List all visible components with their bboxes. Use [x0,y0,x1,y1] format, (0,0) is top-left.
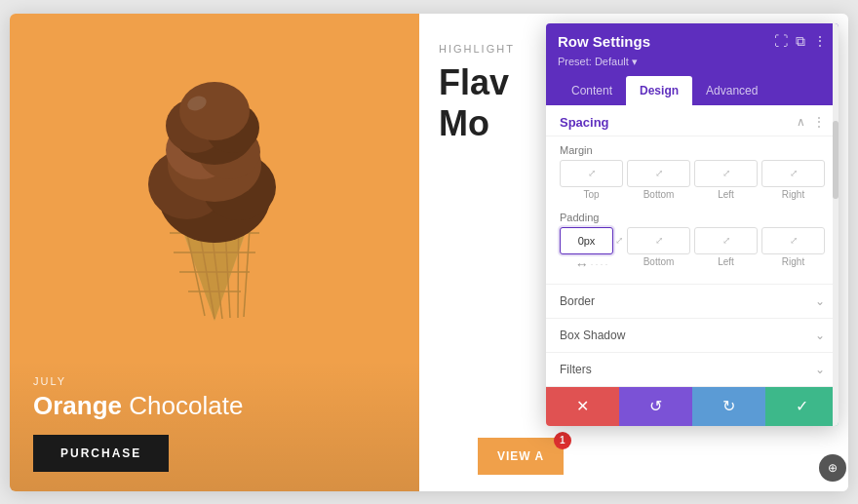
padding-right-link-icon: ⤢ [790,235,798,246]
margin-bottom-link-icon: ⤢ [655,168,663,178]
padding-top-input-wrap[interactable] [560,227,613,254]
filters-label: Filters [560,363,592,376]
tab-content[interactable]: Content [558,76,626,105]
padding-arrow-icon: ↔ [575,256,589,272]
tab-advanced[interactable]: Advanced [692,76,771,105]
margin-top-input-wrap: ⤢ [560,160,623,187]
margin-right-input-wrap: ⤢ [761,160,825,187]
margin-top-field: ⤢ Top [560,160,623,200]
box-shadow-label: Box Shadow [560,329,625,342]
padding-link-icon[interactable]: ⤢ [615,235,623,246]
right-panel: HIGHLIGHT Flav Mo VIEW A 1 Row Settings … [419,14,848,491]
flavor-line1: Flav [439,62,509,103]
card-bottom: JULY Orange Chocolate PURCHASE [10,360,419,491]
more-icon[interactable]: ⋮ [813,33,827,50]
margin-left-input-wrap: ⤢ [694,160,758,187]
cancel-icon: ✕ [576,397,589,415]
margin-top-link-icon: ⤢ [588,168,596,178]
notification-badge: 1 [554,432,571,449]
margin-left-label: Left [718,189,734,200]
view-button[interactable]: VIEW A 1 [478,438,564,475]
redo-icon: ↻ [722,397,735,415]
padding-label: Padding [560,212,825,223]
panel-tabs: Content Design Advanced [558,76,827,105]
filters-section[interactable]: Filters ⌄ [546,352,838,386]
svg-point-23 [179,82,250,140]
margin-right-label: Right [782,189,804,200]
margin-label: Margin [560,144,825,156]
padding-top-field: ⤢ ↔ · · · · [560,227,623,272]
padding-left-label: Left [718,256,734,267]
padding-right-field: ⤢ Right [761,227,825,272]
filters-chevron-icon: ⌄ [815,363,825,376]
margin-right-field: ⤢ Right [761,160,825,200]
padding-bottom-link-icon: ⤢ [655,235,663,246]
redo-button[interactable]: ↻ [692,387,765,426]
columns-icon[interactable]: ⧉ [796,33,805,50]
margin-bottom-input-wrap: ⤢ [627,160,690,187]
panel-header: Row Settings ⛶ ⧉ ⋮ Preset: Default ▾ Con… [546,23,838,105]
padding-bottom-label: Bottom [644,256,675,267]
padding-left-input-wrap[interactable]: ⤢ [694,227,758,254]
tab-design[interactable]: Design [626,76,692,105]
ice-cream-image [88,33,341,326]
save-icon: ✓ [796,397,808,415]
panel-header-top: Row Settings ⛶ ⧉ ⋮ [558,33,827,50]
margin-inputs: ⤢ Top ⤢ Bottom ⤢ [560,160,825,200]
margin-left-field: ⤢ Left [694,160,758,200]
margin-left-link-icon: ⤢ [722,168,730,178]
margin-bottom-label: Bottom [644,189,675,200]
margin-group: Margin ⤢ Top ⤢ Bottom [546,136,838,212]
box-shadow-section[interactable]: Box Shadow ⌄ [546,318,838,352]
margin-top-label: Top [583,189,599,200]
padding-bottom-field: ⤢ Bottom [627,227,690,272]
spacing-section-header: Spacing ∧ ⋮ [546,105,838,136]
margin-right-link-icon: ⤢ [790,168,798,178]
card-panel: JULY Orange Chocolate PURCHASE [10,14,419,491]
padding-right-label: Right [782,256,804,267]
card-title: Orange Chocolate [33,391,396,421]
main-container: JULY Orange Chocolate PURCHASE HIGHLIGHT… [10,14,848,491]
padding-left-link-icon: ⤢ [722,235,730,246]
collapse-icon[interactable]: ∧ [797,115,805,129]
border-label: Border [560,294,595,308]
spacing-more-icon[interactable]: ⋮ [813,115,825,129]
section-icons: ∧ ⋮ [797,115,825,129]
card-month: JULY [33,375,396,387]
cancel-button[interactable]: ✕ [546,387,619,426]
card-title-bold: Orange [33,391,122,420]
border-section[interactable]: Border ⌄ [546,284,838,318]
flavor-text: Flav Mo [439,62,509,144]
panel-header-icons: ⛶ ⧉ ⋮ [774,33,827,50]
padding-dots: · · · · [591,259,608,269]
border-chevron-icon: ⌄ [815,294,825,308]
padding-left-field: ⤢ Left [694,227,758,272]
save-button[interactable]: ✓ [765,387,838,426]
padding-top-input[interactable] [571,235,603,247]
settings-panel: Row Settings ⛶ ⧉ ⋮ Preset: Default ▾ Con… [546,23,838,426]
undo-button[interactable]: ↺ [619,387,692,426]
panel-preset[interactable]: Preset: Default ▾ [558,56,827,68]
padding-group: Padding ⤢ ↔ · · · · [546,212,838,284]
padding-right-input-wrap[interactable]: ⤢ [761,227,825,254]
spacing-title: Spacing [560,115,609,130]
purchase-button[interactable]: PURCHASE [33,435,169,472]
fullscreen-icon[interactable]: ⛶ [774,33,788,50]
margin-bottom-field: ⤢ Bottom [627,160,690,200]
flavor-line2: Mo [439,103,509,144]
panel-toolbar: ✕ ↺ ↻ ✓ [546,386,838,426]
undo-icon: ↺ [649,397,662,415]
panel-body: Spacing ∧ ⋮ Margin ⤢ Top [546,105,838,426]
padding-inputs: ⤢ ↔ · · · · ⤢ Bottom [560,227,825,272]
card-title-light: Chocolate [129,391,243,420]
box-shadow-chevron-icon: ⌄ [815,329,825,342]
panel-title: Row Settings [558,33,650,50]
panel-scrollbar-thumb [833,121,838,199]
drag-handle-icon: ⊕ [828,461,838,475]
highlight-label: HIGHLIGHT [439,43,515,55]
drag-handle[interactable]: ⊕ [819,454,846,482]
panel-scrollbar[interactable] [833,23,838,426]
padding-bottom-input-wrap[interactable]: ⤢ [627,227,690,254]
